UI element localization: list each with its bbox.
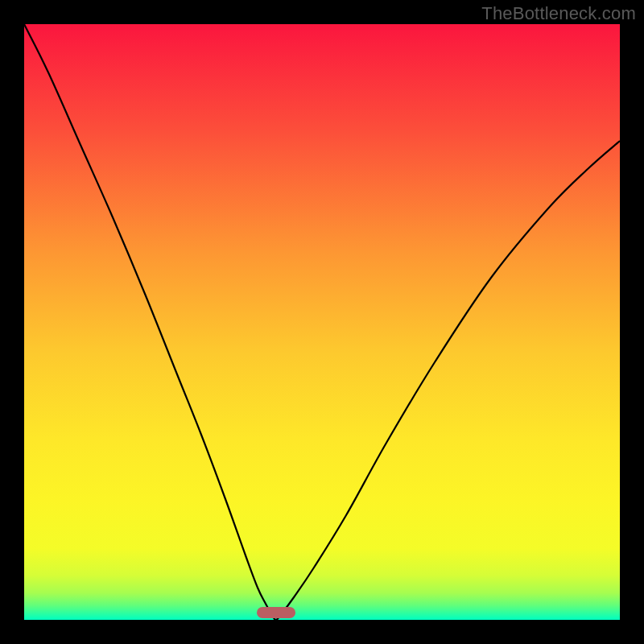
svg-rect-0	[24, 24, 620, 620]
plot-area	[24, 24, 620, 620]
watermark-text: TheBottleneck.com	[481, 3, 636, 24]
background-gradient	[24, 24, 620, 620]
optimal-range-marker	[257, 607, 295, 618]
chart-frame: TheBottleneck.com	[0, 0, 644, 644]
